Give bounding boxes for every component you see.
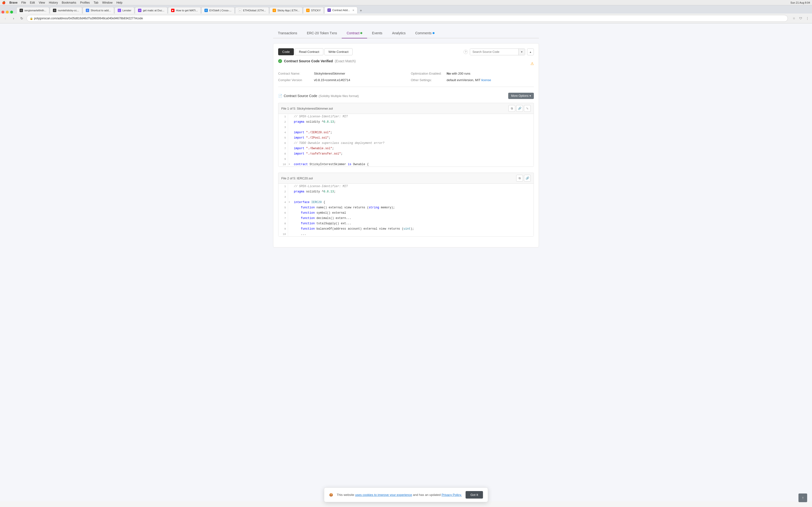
tab-yt[interactable]: ▶ How to get MATI... (168, 7, 201, 13)
read-contract-tab-button[interactable]: Read Contract (295, 48, 323, 55)
menu-file[interactable]: File (21, 1, 26, 4)
tab-events-label: Events (372, 31, 382, 35)
collapse-button[interactable]: ▴ (527, 49, 534, 55)
menu-tab[interactable]: Tab (94, 1, 98, 4)
write-contract-tab-button[interactable]: Write Contract (324, 48, 353, 55)
tab-shortcut[interactable]: S Shortcut to add... (83, 7, 114, 13)
contract-meta: Contract Name: StickyInterestSkimmer Opt… (278, 72, 534, 87)
tab-matic[interactable]: M get matic at Duc... (135, 7, 167, 13)
menu-help[interactable]: Help (116, 1, 122, 4)
code-section: Code Read Contract Write Contract ? ▾ ▴ … (273, 43, 539, 247)
main-tabs: Transactions ERC-20 Token Txns Contract … (273, 28, 539, 38)
minimize-window-button[interactable] (6, 11, 9, 13)
maximize-window-button[interactable] (10, 11, 13, 13)
code-line: 1 // SPDX-License-Identifier: MIT (278, 184, 534, 189)
tab-ethglobal[interactable]: Ξ ETHGlobal | ETH... (235, 7, 269, 13)
source-subtitle: (Solidity Multiple files format) (319, 94, 359, 98)
tab-lenster[interactable]: L Lenster (114, 7, 135, 13)
tab-label-sticky: STICKY (311, 9, 321, 12)
browser-extensions: ☆ 🛡 ⋮ (791, 16, 810, 21)
compiler-value: v0.8.15+commit.e14f2714 (314, 78, 350, 82)
copy-button-1[interactable]: ⧉ (508, 105, 515, 112)
new-tab-button[interactable]: + (358, 8, 364, 13)
menu-view[interactable]: View (39, 1, 45, 4)
scroll-to-top-button[interactable]: ↑ (799, 494, 807, 501)
optimization-row: Optimization Enabled: No with 200 runs (411, 72, 534, 75)
reload-button[interactable]: ↻ (18, 15, 25, 22)
address-bar[interactable]: 🔒 polygonscan.com/address/0x05d816d46cf7… (27, 15, 788, 22)
code-line: 3 (278, 125, 534, 130)
tab-erc20[interactable]: ERC-20 Token Txns (302, 28, 342, 38)
tab-transactions[interactable]: Transactions (273, 28, 302, 38)
license-link[interactable]: license (481, 78, 491, 82)
lock-icon: 🔒 (30, 17, 33, 20)
menu-history[interactable]: History (49, 1, 58, 4)
code-line: 8 import "./safeTransfer.sol"; (278, 151, 534, 157)
help-icon[interactable]: ? (463, 50, 468, 54)
copy-button-2[interactable]: ⧉ (516, 175, 523, 181)
nav-bar: ‹ › ↻ 🔒 polygonscan.com/address/0x05d816… (0, 13, 812, 23)
code-toolbar: Code Read Contract Write Contract ? ▾ ▴ (278, 48, 534, 55)
code-line: 2 pragma solidity ^0.8.13; (278, 119, 534, 125)
tab-sticky-app[interactable]: S Sticky App | ETH... (269, 7, 303, 13)
system-time: Sun 21 Aug 8:04 (791, 1, 810, 4)
verified-text: Contract Source Code Verified (284, 59, 333, 63)
tab-label-github-1: sergiomartell/eth... (24, 9, 46, 12)
tab-close-button[interactable]: ✕ (352, 9, 354, 12)
app-name[interactable]: Brave (9, 1, 17, 4)
code-tab-button[interactable]: Code (278, 48, 294, 55)
main-container: Transactions ERC-20 Token Txns Contract … (268, 28, 544, 247)
menu-bookmarks[interactable]: Bookmarks (62, 1, 77, 4)
settings-icon[interactable]: ⋮ (805, 16, 810, 21)
cookie-text: This website uses cookies to improve you… (337, 493, 462, 497)
cookie-link-1[interactable]: uses cookies to improve your experience (355, 493, 412, 497)
search-dropdown-button[interactable]: ▾ (518, 49, 525, 55)
back-button[interactable]: ‹ (2, 15, 9, 22)
tab-sticky[interactable]: S STICKY (303, 7, 324, 13)
tab-events[interactable]: Events (367, 28, 387, 38)
code-line: 4 ▾ interface IERC20 { (278, 200, 534, 205)
optimization-value: No with 200 runs (447, 72, 470, 75)
tab-evodefi[interactable]: E EVOdefi | Cross-... (201, 7, 235, 13)
tab-label-shortcut: Shortcut to add... (91, 9, 111, 12)
more-options-button[interactable]: More Options ▾ (508, 93, 534, 99)
tab-label-ethglobal: ETHGlobal | ETH... (243, 9, 266, 12)
tab-comments[interactable]: Comments (410, 28, 439, 38)
code-line: 2 pragma solidity ^0.8.13; (278, 189, 534, 194)
file-1-header: File 1 of 5: StickyInterestSkimmer.sol ⧉… (278, 103, 534, 114)
search-input[interactable] (470, 49, 518, 55)
compiler-row: Compiler Version v0.8.15+commit.e14f2714 (278, 78, 401, 82)
compiler-label: Compiler Version (278, 78, 312, 82)
menu-edit[interactable]: Edit (30, 1, 35, 4)
link-button-2[interactable]: 🔗 (524, 175, 531, 181)
tab-favicon-sticky: S (306, 9, 310, 12)
expand-button-1[interactable]: ⤡ (524, 105, 531, 112)
tab-favicon-ethglobal: Ξ (238, 9, 242, 12)
tab-analytics[interactable]: Analytics (387, 28, 410, 38)
forward-button[interactable]: › (10, 15, 17, 22)
link-button-1[interactable]: 🔗 (516, 105, 523, 112)
tab-favicon-github-2: G (53, 9, 56, 12)
tab-github-2[interactable]: G numtel/sticky-cc... (50, 7, 82, 13)
file-2-actions: ⧉ 🔗 (516, 175, 531, 181)
got-it-button[interactable]: Got It (466, 491, 483, 499)
traffic-lights (1, 11, 13, 13)
tab-contract-label: Contract (347, 31, 359, 35)
source-title-text: Contract Source Code (284, 94, 317, 98)
cookie-link-2[interactable]: Privacy Policy. (442, 493, 462, 497)
close-window-button[interactable] (1, 11, 4, 13)
file-icon: 📄 (278, 94, 282, 98)
menu-profiles[interactable]: Profiles (80, 1, 90, 4)
menu-window[interactable]: Window (102, 1, 113, 4)
tab-contract[interactable]: Contract (342, 28, 367, 38)
tab-contract-active[interactable]: P Contract Add... ✕ (324, 7, 357, 13)
file-2-name: File 2 of 5: IERC20.sol (281, 176, 313, 180)
tab-github-1[interactable]: G sergiomartell/eth... (16, 7, 49, 13)
tab-favicon-sticky-app: S (272, 9, 276, 12)
apple-menu[interactable]: 🍎 (2, 1, 6, 4)
shield-icon[interactable]: 🛡 (798, 16, 803, 21)
tab-favicon-lenster: L (118, 9, 121, 12)
tab-bar: G sergiomartell/eth... G numtel/sticky-c… (0, 5, 812, 13)
chevron-down-icon: ▾ (529, 94, 531, 98)
bookmark-icon[interactable]: ☆ (791, 16, 797, 21)
